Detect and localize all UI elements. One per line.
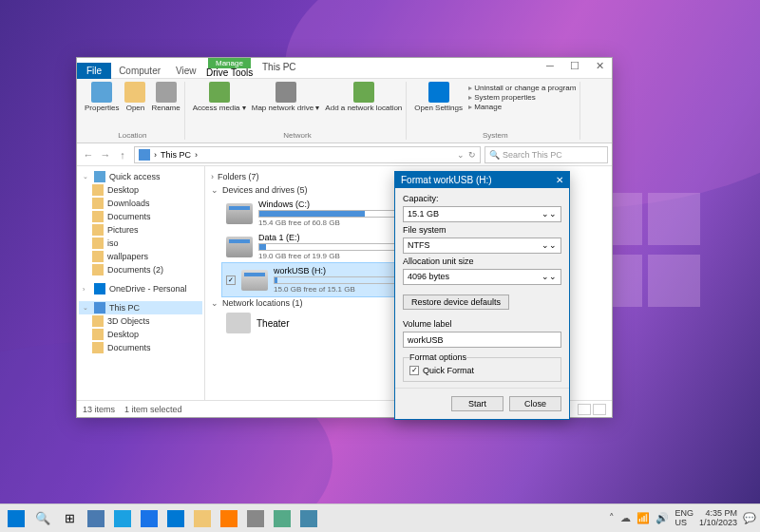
titlebar[interactable]: Manage File Computer View Drive Tools Th…	[77, 58, 612, 79]
nav-item[interactable]: Pictures	[79, 223, 202, 237]
checkbox-icon[interactable]: ✓	[226, 276, 236, 285]
ribbon-properties[interactable]: Properties	[85, 82, 119, 112]
star-icon	[94, 171, 105, 182]
ribbon-group-system: System	[414, 131, 576, 140]
usb-drive-icon	[241, 270, 268, 291]
allocation-select[interactable]: 4096 bytes⌄	[403, 269, 561, 285]
taskbar-app[interactable]	[110, 506, 135, 531]
app-icon	[141, 510, 158, 527]
taskbar-explorer[interactable]	[190, 506, 215, 531]
nav-back[interactable]: ←	[81, 149, 96, 161]
navigation-pane[interactable]: ⌄Quick access Desktop Downloads Document…	[77, 166, 205, 400]
volume-tray-icon[interactable]: 🔊	[656, 512, 669, 524]
properties-icon	[91, 82, 112, 103]
capacity-select[interactable]: 15.1 GB⌄	[403, 206, 561, 222]
ribbon-open-settings[interactable]: Open Settings	[414, 82, 463, 112]
refresh-button[interactable]: ↻	[468, 150, 476, 160]
close-button[interactable]: Close	[509, 396, 561, 411]
pc-icon	[94, 302, 105, 314]
maximize-button[interactable]: ☐	[566, 60, 583, 72]
ribbon-manage[interactable]: Manage	[468, 103, 576, 111]
checkbox-icon: ✓	[409, 366, 419, 375]
taskbar-app[interactable]	[163, 506, 188, 531]
nav-up[interactable]: ↑	[115, 149, 130, 161]
address-input[interactable]: › This PC › ⌄ ↻	[134, 146, 481, 163]
ribbon-system-properties[interactable]: System properties	[468, 93, 576, 102]
address-bar: ← → ↑ › This PC › ⌄ ↻ 🔍 Search This PC	[77, 143, 612, 166]
window-title: This PC	[262, 62, 296, 72]
system-tray[interactable]: ˄ ☁ 📶 🔊 ENGUS 4:35 PM 1/10/2023 💬	[609, 509, 756, 528]
nav-forward[interactable]: →	[98, 149, 113, 161]
nav-item[interactable]: Documents	[79, 341, 202, 354]
nav-item[interactable]: Documents (2)	[79, 263, 202, 276]
close-button[interactable]: ✕	[591, 60, 608, 72]
nav-item[interactable]: Documents	[79, 210, 202, 223]
nav-item[interactable]: Desktop	[79, 183, 202, 197]
volume-label-input[interactable]	[403, 332, 561, 348]
drive-usage-bar	[258, 210, 401, 218]
start-button[interactable]: Start	[451, 396, 504, 411]
nav-item[interactable]: wallpapers	[79, 250, 202, 263]
tab-file[interactable]: File	[77, 63, 111, 79]
ribbon-group-location: Location	[85, 131, 180, 140]
taskbar[interactable]: 🔍 ⊞ ˄ ☁ 📶 🔊 ENGUS 4:35 PM 1/10/2023 💬	[0, 504, 760, 532]
open-icon	[124, 82, 145, 103]
status-selected-count: 1 item selected	[124, 405, 182, 414]
onedrive-tray-icon[interactable]: ☁	[620, 512, 631, 524]
search-input[interactable]: 🔍 Search This PC	[484, 146, 608, 163]
firefox-icon	[220, 510, 238, 527]
nav-item[interactable]: 3D Objects	[79, 314, 202, 328]
minimize-button[interactable]: ─	[542, 60, 559, 72]
vscode-icon	[167, 510, 184, 527]
task-view-button[interactable]: ⊞	[57, 506, 82, 531]
view-tiles-button[interactable]	[593, 404, 606, 415]
ribbon-add-location[interactable]: Add a network location	[325, 82, 402, 112]
ribbon-open[interactable]: Open	[124, 82, 145, 112]
ribbon-uninstall[interactable]: Uninstall or change a program	[468, 84, 576, 92]
taskbar-app[interactable]	[270, 506, 294, 531]
view-details-button[interactable]	[578, 404, 591, 415]
taskbar-app[interactable]	[217, 506, 241, 531]
search-button[interactable]: 🔍	[30, 506, 55, 531]
tab-computer[interactable]: Computer	[111, 63, 168, 79]
folder-icon	[92, 211, 104, 222]
nav-this-pc[interactable]: ⌄This PC	[79, 301, 202, 314]
restore-defaults-button[interactable]: Restore device defaults	[403, 294, 509, 310]
clock[interactable]: 4:35 PM 1/10/2023	[699, 509, 737, 528]
quick-format-checkbox[interactable]: ✓ Quick Format	[409, 366, 555, 375]
nav-item[interactable]: Downloads	[79, 197, 202, 210]
nav-quick-access[interactable]: ⌄Quick access	[79, 170, 202, 183]
nav-item[interactable]: iso	[79, 237, 202, 250]
cloud-icon	[94, 283, 105, 294]
volume-label-label: Volume label	[403, 319, 561, 329]
format-options-group: Format options ✓ Quick Format	[403, 352, 561, 382]
start-button[interactable]	[4, 506, 28, 531]
windows-icon	[8, 510, 25, 527]
taskbar-app[interactable]	[296, 506, 321, 531]
filesystem-select[interactable]: NTFS⌄	[403, 238, 561, 254]
tab-drive-tools[interactable]: Drive Tools	[199, 67, 260, 78]
taskbar-app[interactable]	[243, 506, 268, 531]
taskbar-app[interactable]	[137, 506, 162, 531]
ribbon-rename[interactable]: Rename	[151, 82, 180, 112]
folder-icon	[92, 329, 104, 340]
nav-item[interactable]: Desktop	[79, 328, 202, 341]
nav-onedrive[interactable]: ›OneDrive - Personal	[79, 282, 202, 295]
dialog-titlebar[interactable]: Format workUSB (H:) ✕	[395, 172, 569, 188]
tray-overflow-icon[interactable]: ˄	[609, 512, 615, 524]
app-icon	[274, 510, 291, 527]
ribbon-map-drive[interactable]: Map network drive ▾	[252, 82, 320, 112]
capacity-label: Capacity:	[403, 194, 561, 203]
folder-icon	[92, 315, 104, 327]
taskbar-app[interactable]	[84, 506, 108, 531]
network-tray-icon[interactable]: 📶	[636, 512, 650, 524]
ribbon-group-network: Network	[193, 131, 403, 140]
folder-icon	[92, 251, 104, 262]
language-indicator[interactable]: ENGUS	[674, 509, 694, 527]
notifications-icon[interactable]: 💬	[743, 512, 756, 524]
settings-icon	[428, 82, 449, 103]
status-item-count: 13 items	[83, 405, 115, 414]
allocation-label: Allocation unit size	[403, 256, 561, 266]
ribbon-access-media[interactable]: Access media ▾	[193, 82, 246, 112]
dialog-close-button[interactable]: ✕	[556, 175, 563, 185]
